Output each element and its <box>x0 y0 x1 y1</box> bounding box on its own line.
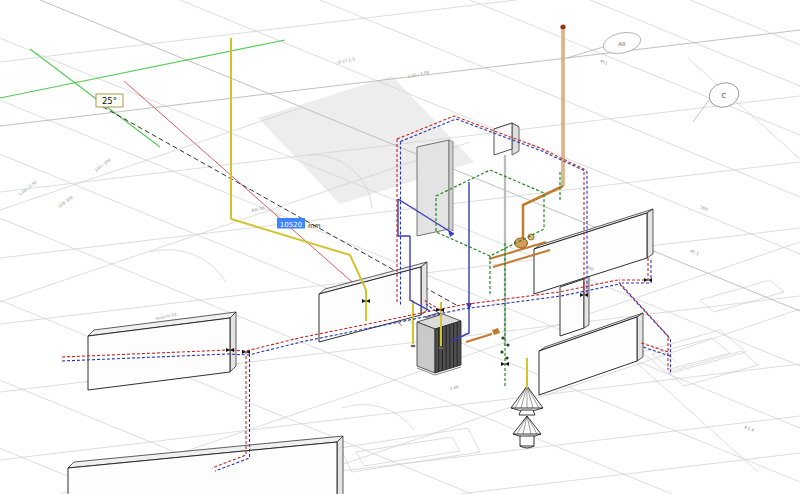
tiny-annotation: BW 06 <box>251 205 265 213</box>
grid-bubble-right-text: C <box>722 92 727 100</box>
grid-bubble-right[interactable]: C <box>693 80 742 122</box>
tiny-annotation: 451 <box>600 58 609 66</box>
tiny-annotation: 2.50 / 3.08 <box>407 69 430 78</box>
angle-callout[interactable]: 25° <box>96 94 123 107</box>
cad-3d-viewport[interactable]: 25° 10520 mm A8 C 3.08 / 2.50 SFB 300 14… <box>0 0 800 494</box>
boiler[interactable] <box>417 313 461 375</box>
tiny-annotation: 4 S 4 <box>744 424 756 433</box>
tiny-annotation: 500 <box>700 204 709 212</box>
tiny-annotation: SFB 300 <box>58 194 74 208</box>
tiny-annotation: IP 27 E-S <box>337 56 356 65</box>
tiny-annotation: 45.1 <box>690 248 701 256</box>
pipe-cap <box>560 24 565 29</box>
green-reference-line[interactable] <box>0 40 285 98</box>
selected-dimension[interactable]: 10520 mm <box>277 218 321 230</box>
radiator-panel-center[interactable] <box>319 262 427 342</box>
tiny-annotation: 140 / 300 <box>94 157 113 173</box>
fixture-box-on-pole[interactable] <box>494 123 519 346</box>
orange-pipes[interactable] <box>466 24 566 342</box>
angle-callout-text: 25° <box>102 96 117 106</box>
green-reference-line-2[interactable] <box>30 49 160 147</box>
dimension-unit: mm <box>308 222 321 230</box>
dimension-value: 10520 <box>280 221 302 229</box>
tiny-annotation: 2.48 <box>449 384 459 391</box>
grid-bubble-top-text: A8 <box>618 41 626 47</box>
isometric-drawing: 25° 10520 mm A8 C 3.08 / 2.50 SFB 300 14… <box>0 0 800 494</box>
